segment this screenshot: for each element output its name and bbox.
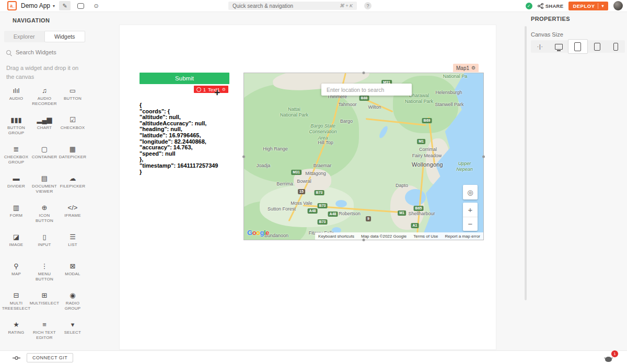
quick-search-shortcut: ⌘ + K: [340, 3, 353, 8]
tab-explorer[interactable]: Explorer: [4, 31, 44, 42]
error-count-badge: 1: [611, 350, 619, 358]
widget-card-multiselect[interactable]: ⊞MULTISELECT: [30, 289, 59, 319]
widget-card-chart[interactable]: ▂▄▆CHART: [30, 114, 59, 143]
widget-card-form[interactable]: ▥FORM: [2, 202, 30, 231]
comment-mode-button[interactable]: [75, 1, 86, 10]
widget-card-document-viewer[interactable]: ▤DOCUMENT VIEWER: [30, 172, 59, 202]
widget-card-checkbox[interactable]: ☑CHECKBOX: [59, 114, 87, 143]
text-widget-line: }: [140, 169, 234, 175]
modal-icon: ⊠: [70, 260, 76, 269]
debug-button[interactable]: 1: [604, 352, 618, 363]
deploy-button[interactable]: DEPLOY ▾: [568, 2, 608, 10]
widget-card-select[interactable]: ▾SELECT: [59, 319, 87, 348]
widget-card-filepicker[interactable]: ☁FILEPICKER: [59, 172, 87, 202]
widget-card-rating[interactable]: ★RATING: [2, 319, 30, 348]
map-badges: M31B88B69M1M3115B73B73A48A48B739M1B65A1: [244, 73, 483, 240]
map-route-badge: 15: [298, 189, 305, 194]
canvas[interactable]: Submit 1 Text1 ⚙ ✛ {"coords": {"altitude…: [119, 25, 496, 350]
widget-card-button-group[interactable]: ▮▮▮BUTTON GROUP: [2, 114, 30, 143]
text-widget-line: "latitude": 16.9796465,: [140, 133, 234, 139]
map-location-search-input[interactable]: Enter location to search: [321, 84, 412, 96]
multiselect-icon: ⊞: [42, 289, 48, 299]
canvas-size-fluid[interactable]: ·|·: [531, 40, 550, 53]
resize-handle-left[interactable]: [242, 155, 245, 158]
properties-panel-scrollbar[interactable]: [525, 26, 527, 300]
widget-card-radio-group[interactable]: ◉RADIO GROUP: [59, 289, 87, 319]
widget-card-datepicker[interactable]: ▦DATEPICKER: [59, 143, 87, 172]
eye-icon: ⊙: [94, 3, 98, 9]
checkbox-icon: ☑: [69, 114, 76, 123]
view-mode-button[interactable]: ⊙: [90, 1, 102, 10]
widget-card-container[interactable]: ▢CONTAINER: [30, 143, 59, 172]
resize-handle-bottom[interactable]: [363, 239, 365, 241]
widget-card-image[interactable]: ◪IMAGE: [2, 231, 30, 260]
zoom-out-button[interactable]: −: [463, 217, 478, 231]
map1-widget-name: Map1: [456, 65, 469, 71]
widget-label: ICON BUTTON: [30, 213, 59, 224]
widget-grid: ılılAUDIO♫AUDIO RECORDER▭BUTTON▮▮▮BUTTON…: [2, 85, 87, 348]
edit-mode-button[interactable]: ✎: [59, 1, 71, 10]
checkbox-group-icon: ≣: [14, 143, 19, 152]
app-name-menu[interactable]: Demo App ▾: [21, 2, 55, 9]
widget-label: CHECKBOX: [61, 125, 85, 131]
zoom-in-button[interactable]: +: [463, 203, 478, 217]
submit-button[interactable]: Submit: [140, 73, 229, 84]
tab-widgets[interactable]: Widgets: [44, 31, 86, 42]
widget-card-modal[interactable]: ⊠MODAL: [59, 260, 87, 289]
app-logo-icon[interactable]: a_: [7, 1, 17, 10]
resize-handle-top[interactable]: [363, 72, 365, 74]
app-logo-text: a_: [10, 4, 14, 8]
map-attribution-item[interactable]: Map data ©2022 Google: [361, 234, 407, 239]
widget-card-icon-button[interactable]: ⊕ICON BUTTON: [30, 202, 59, 231]
mobile-icon: [613, 43, 618, 51]
gear-icon[interactable]: ⚙: [471, 65, 475, 71]
resize-handle-right[interactable]: [482, 155, 485, 158]
widget-card-input[interactable]: ▯INPUT: [30, 231, 59, 260]
avatar[interactable]: [613, 1, 623, 10]
text1-widget-name-badge[interactable]: 1 Text1 ⚙: [194, 86, 228, 93]
connect-git-button[interactable]: CONNECT GIT: [27, 353, 73, 362]
canvas-size-tablet[interactable]: [588, 40, 607, 53]
widget-card-audio[interactable]: ılılAUDIO: [2, 85, 30, 114]
gear-icon[interactable]: ⚙: [222, 87, 226, 92]
widget-card-list[interactable]: ☰LIST: [59, 231, 87, 260]
container-icon: ▢: [41, 143, 48, 152]
map-attribution-item[interactable]: Terms of Use: [413, 234, 438, 239]
canvas-size-mobile[interactable]: [606, 40, 625, 53]
google-logo-letter: g: [260, 229, 264, 237]
widget-card-checkbox-group[interactable]: ≣CHECKBOX GROUP: [2, 143, 30, 172]
geolocate-button[interactable]: ◎: [463, 185, 478, 199]
canvas-size-label: Canvas Size: [531, 31, 563, 38]
widget-search-input[interactable]: Search Widgets: [6, 49, 56, 55]
desktop-icon: [555, 44, 563, 50]
share-button[interactable]: SHARE: [538, 3, 564, 9]
map-route-badge: B88: [359, 96, 369, 101]
canvas-size-tablet-large[interactable]: [568, 39, 588, 54]
widget-card-iframe[interactable]: </>IFRAME: [59, 202, 87, 231]
map1-widget-name-badge[interactable]: Map1 ⚙: [453, 64, 479, 72]
widget-card-audio-recorder[interactable]: ♫AUDIO RECORDER: [30, 85, 59, 114]
help-button[interactable]: ?: [364, 2, 371, 9]
widget-card-button[interactable]: ▭BUTTON: [59, 85, 87, 114]
quick-search-input[interactable]: Quick search & navigation ⌘ + K: [228, 2, 357, 10]
radio-group-icon: ◉: [69, 289, 75, 299]
map-attribution-item[interactable]: Report a map error: [445, 234, 480, 239]
widget-label: MENU BUTTON: [30, 272, 59, 282]
widget-card-rich-text-editor[interactable]: ≡RICH TEXT EDITOR: [30, 319, 59, 348]
widget-card-multi-treeselect[interactable]: ⊟MULTI TREESELECT: [2, 289, 30, 319]
widget-label: RICH TEXT EDITOR: [30, 330, 59, 340]
canvas-size-desktop[interactable]: [550, 40, 568, 53]
widget-label: CONTAINER: [32, 155, 57, 160]
widget-card-menu-button[interactable]: ⋮MENU BUTTON: [30, 260, 59, 289]
deploy-caret-icon[interactable]: ▾: [601, 4, 604, 8]
rich-text-editor-icon: ≡: [42, 319, 47, 328]
rating-icon: ★: [13, 319, 19, 328]
map-canvas[interactable]: National PaNattai National ParkThirlmere…: [244, 73, 483, 240]
text-widget-content[interactable]: {"coords": {"altitude": null,"altitudeAc…: [140, 102, 234, 175]
widget-card-map[interactable]: ⚲MAP: [2, 260, 30, 289]
saved-status-icon: ✓: [526, 3, 532, 9]
map1-widget[interactable]: National PaNattai National ParkThirlmere…: [243, 73, 484, 240]
map-attribution-item[interactable]: Keyboard shortcuts: [318, 234, 354, 239]
widget-card-divider[interactable]: ▬DIVIDER: [2, 172, 30, 202]
google-logo[interactable]: Google: [247, 229, 269, 237]
